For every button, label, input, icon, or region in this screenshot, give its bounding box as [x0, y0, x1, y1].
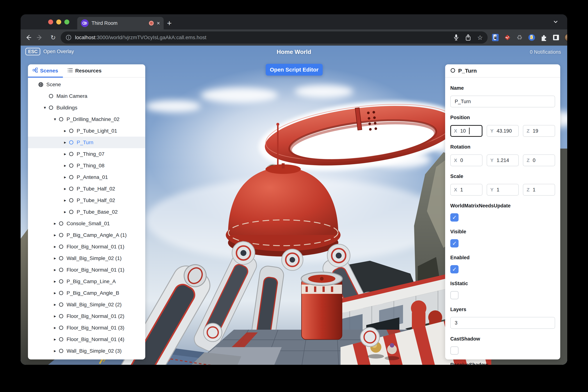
tree-item[interactable]: ▸ Floor_Big_Normal_01 (4): [28, 334, 145, 345]
back-icon[interactable]: [25, 34, 36, 41]
visible-checkbox[interactable]: ✓: [450, 239, 458, 248]
expander-icon[interactable]: ▸: [62, 198, 68, 203]
microphone-icon[interactable]: [454, 34, 459, 41]
expander-icon[interactable]: ▸: [62, 140, 68, 145]
tree-item[interactable]: ▾ Buildings: [28, 102, 145, 114]
enabled-label: Enabled: [450, 255, 555, 260]
position-x-input[interactable]: X 10: [450, 125, 482, 137]
recycle-extension-icon[interactable]: ♻: [516, 34, 523, 41]
tree-item[interactable]: ▸ P_Big_Camp_Line_A: [28, 276, 145, 287]
tab-scenes[interactable]: Scenes: [28, 64, 63, 77]
rotation-z-input[interactable]: Z 0: [523, 154, 555, 166]
scale-z-input[interactable]: Z 1: [523, 184, 555, 196]
browser-toolbar: ↻ localhost:3000/world/!vjrzmTVOcyIsLgaA…: [20, 30, 567, 46]
forward-icon[interactable]: [36, 34, 48, 41]
layers-input[interactable]: [450, 317, 555, 329]
tree-item[interactable]: ▸ P_Thing_08: [28, 160, 145, 171]
expander-icon[interactable]: ▸: [52, 348, 58, 354]
expander-icon[interactable]: ▾: [52, 117, 58, 122]
expander-icon[interactable]: ▸: [62, 186, 68, 191]
close-window-button[interactable]: [48, 20, 53, 24]
tab-search-chevron-icon[interactable]: [552, 19, 559, 25]
night-mode-extension-icon[interactable]: [528, 34, 536, 41]
browser-tab[interactable]: Third Room ×: [77, 17, 164, 30]
tree-item[interactable]: Main Camera: [28, 90, 145, 102]
tree-item[interactable]: ▸ P_Antena_01: [28, 171, 145, 183]
expander-icon[interactable]: ▸: [52, 244, 58, 249]
tree-item[interactable]: ▸ P_Tube_Base_02: [28, 206, 145, 218]
position-z-input[interactable]: Z 19: [523, 125, 555, 137]
position-y-input[interactable]: Y 43.190: [487, 125, 519, 137]
rotation-y-input[interactable]: Y 1.214: [487, 154, 519, 166]
tree-item[interactable]: ▸ Floor_Big_Normal_01 (1): [28, 264, 145, 276]
tree-item[interactable]: ▸ Floor_Big_Normal_01 (1): [28, 241, 145, 252]
name-input[interactable]: [450, 96, 555, 108]
tree-item[interactable]: ▸ Wall_Big_Simple_02 (1): [28, 252, 145, 264]
node-circle-icon: [48, 105, 54, 110]
expander-icon[interactable]: ▸: [52, 256, 58, 261]
tree-item[interactable]: ▸ P_Tube_Light_01: [28, 125, 145, 136]
node-circle-icon: [58, 232, 64, 238]
new-tab-button[interactable]: +: [167, 18, 172, 28]
enabled-checkbox[interactable]: ✓: [450, 265, 458, 274]
tree-item[interactable]: ▸ Wall_Big_Simple_02 (2): [28, 299, 145, 310]
tree-item[interactable]: ▸ P_Turn: [28, 136, 145, 148]
tree-item[interactable]: ▸ P_Thing_07: [28, 148, 145, 160]
expander-icon[interactable]: ▸: [52, 279, 58, 284]
node-circle-icon: [68, 140, 74, 145]
tree-item[interactable]: ▸ P_Big_Camp_Angle_A (1): [28, 229, 145, 241]
tree-item[interactable]: ▸ Wall_Big_Simple_02 (3): [28, 345, 145, 357]
visible-label: Visible: [450, 229, 555, 234]
open-script-editor-button[interactable]: Open Script Editor: [266, 64, 323, 76]
node-circle-icon: [68, 210, 74, 214]
rotation-x-input[interactable]: X 0: [450, 154, 482, 166]
expander-icon[interactable]: ▸: [62, 152, 68, 156]
red-diamond-extension-icon[interactable]: [504, 34, 511, 42]
share-icon[interactable]: [465, 34, 471, 41]
tree-item-label: Wall_Big_Simple_02 (3): [66, 348, 122, 354]
expander-icon[interactable]: ▸: [52, 232, 58, 238]
is-static-checkbox[interactable]: [450, 291, 458, 299]
expander-icon[interactable]: ▸: [62, 210, 68, 214]
tab-resources[interactable]: Resources: [63, 64, 106, 77]
expander-icon[interactable]: ▾: [42, 105, 48, 110]
sidebar-toggle-icon[interactable]: [552, 34, 560, 41]
tree-item[interactable]: ▸ P_Big_Camp_Angle_B: [28, 287, 145, 299]
expander-icon[interactable]: ▸: [52, 337, 58, 342]
tree-item[interactable]: Scene: [28, 79, 145, 90]
expander-icon[interactable]: ▸: [52, 314, 58, 319]
zoom-window-button[interactable]: [64, 20, 69, 24]
scale-y-input[interactable]: Y 1: [487, 184, 519, 196]
world-viewport[interactable]: ESC Open Overlay Home World 0 Notificati…: [20, 46, 567, 365]
expander-icon[interactable]: ▸: [62, 128, 68, 133]
list-icon: [68, 68, 73, 74]
profile-avatar[interactable]: [564, 34, 567, 42]
tree-item[interactable]: ▸ Floor_Big_Normal_01 (2): [28, 310, 145, 322]
tree-item[interactable]: ▸ P_Tube_Half_02: [28, 194, 145, 206]
minimize-window-button[interactable]: [56, 20, 61, 24]
tree-item[interactable]: ▸ Floor_Big_Normal_01 (3): [28, 322, 145, 334]
expander-icon[interactable]: ▸: [62, 163, 68, 168]
expander-icon[interactable]: ▸: [52, 267, 58, 272]
expander-icon[interactable]: ▸: [62, 175, 68, 180]
extensions-puzzle-icon[interactable]: [540, 34, 548, 41]
tree-item[interactable]: ▸ P_Tube_Half_02: [28, 183, 145, 194]
expander-icon[interactable]: ▸: [52, 325, 58, 330]
position-label: Position: [450, 115, 555, 120]
text-caret: [469, 128, 470, 134]
cast-shadow-checkbox[interactable]: [450, 346, 458, 355]
password-shield-extension-icon[interactable]: [492, 34, 499, 42]
world-matrix-checkbox[interactable]: ✓: [450, 213, 458, 222]
tree-item[interactable]: ▸ Console_Small_01: [28, 218, 145, 229]
bookmark-star-icon[interactable]: ☆: [477, 34, 483, 41]
address-bar[interactable]: localhost:3000/world/!vjrzmTVOcyIsLgaAkA…: [61, 32, 488, 44]
reload-icon[interactable]: ↻: [48, 34, 59, 41]
tab-close-icon[interactable]: ×: [157, 20, 160, 26]
url-text[interactable]: localhost:3000/world/!vjrzmTVOcyIsLgaAkA…: [75, 34, 450, 40]
scale-x-input[interactable]: X 1: [450, 184, 482, 196]
expander-icon[interactable]: ▸: [52, 290, 58, 296]
expander-icon[interactable]: ▸: [52, 221, 58, 226]
tree-item[interactable]: ▾ P_Drilling_Machine_02: [28, 114, 145, 125]
site-info-icon[interactable]: [66, 34, 72, 41]
expander-icon[interactable]: ▸: [52, 302, 58, 307]
